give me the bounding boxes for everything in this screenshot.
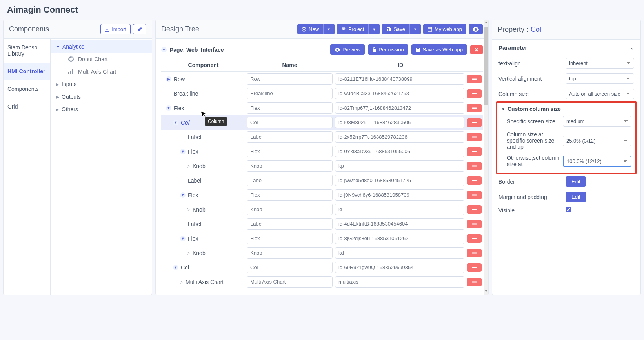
tree-row[interactable]: ▷Multi Axis Chart — [161, 275, 483, 289]
permission-button[interactable]: Permission — [368, 44, 408, 55]
delete-row-button[interactable] — [467, 118, 482, 127]
tree-id-input[interactable] — [335, 102, 464, 114]
tree-name-input[interactable] — [247, 175, 333, 186]
caret-down-icon[interactable]: ▼ — [173, 120, 178, 125]
prop-csup-select[interactable]: 25.0% (3/12) — [563, 136, 631, 146]
save-button[interactable]: Save — [382, 24, 409, 34]
caret-right-icon[interactable]: ▶ — [166, 76, 171, 82]
caret-down-icon[interactable]: ▼ — [180, 192, 186, 198]
tree-row[interactable]: ▷Knob — [161, 159, 483, 173]
delete-row-button[interactable] — [467, 162, 482, 170]
triangle-right-icon[interactable]: ▷ — [187, 164, 190, 168]
tree-name-input[interactable] — [247, 204, 333, 215]
tree-name-input[interactable] — [247, 247, 333, 259]
prop-colsize-select[interactable]: Auto on all screen size — [566, 89, 634, 99]
prop-border-edit-button[interactable]: Edit — [566, 176, 586, 187]
tree-id-input[interactable] — [335, 276, 464, 288]
save-as-webapp-button[interactable]: Save as Web app — [411, 44, 467, 55]
caret-down-icon[interactable]: ▼ — [180, 149, 186, 154]
delete-row-button[interactable] — [467, 147, 482, 156]
preview-button[interactable]: Preview — [330, 44, 365, 55]
delete-row-button[interactable] — [467, 278, 482, 286]
tree-cat-inputs[interactable]: ▶ Inputs — [51, 78, 152, 90]
import-button[interactable]: Import — [100, 24, 131, 34]
delete-row-button[interactable] — [467, 104, 482, 112]
save-dropdown[interactable]: ▼ — [409, 24, 421, 34]
tree-name-input[interactable] — [247, 160, 333, 172]
tree-id-input[interactable] — [335, 233, 464, 244]
tree-id-input[interactable] — [335, 117, 464, 128]
prop-screensize-select[interactable]: medium — [563, 116, 631, 127]
caret-down-icon[interactable]: ▼ — [173, 265, 178, 270]
new-dropdown[interactable]: ▼ — [323, 24, 335, 34]
tree-name-input[interactable] — [247, 131, 333, 143]
delete-row-button[interactable] — [467, 205, 482, 214]
triangle-right-icon[interactable]: ▷ — [187, 207, 190, 212]
tree-row[interactable]: ▼Flex — [161, 231, 483, 246]
vertical-scrollbar[interactable]: ▲ ▼ — [484, 20, 488, 295]
tree-row[interactable]: Break line — [161, 86, 483, 101]
scroll-up-icon[interactable]: ▲ — [484, 20, 488, 25]
new-button[interactable]: New — [297, 24, 323, 34]
tree-id-input[interactable] — [335, 189, 464, 201]
prop-visible-checkbox[interactable] — [566, 207, 571, 212]
delete-row-button[interactable] — [467, 176, 482, 185]
tree-row[interactable]: ▼Col — [161, 260, 483, 275]
delete-row-button[interactable] — [467, 249, 482, 257]
tree-id-input[interactable] — [335, 160, 464, 172]
tree-row[interactable]: ▷Knob — [161, 246, 483, 260]
tree-id-input[interactable] — [335, 175, 464, 186]
tree-name-input[interactable] — [247, 233, 333, 244]
tree-name-input[interactable] — [247, 73, 333, 85]
prop-valign-select[interactable]: top — [566, 73, 634, 84]
tree-row[interactable]: ▼Flex — [161, 144, 483, 159]
project-button[interactable]: Project — [337, 24, 368, 34]
chevron-down-icon[interactable]: ⌄ — [630, 45, 634, 51]
tree-name-input[interactable] — [247, 88, 333, 99]
tree-item-donut-chart[interactable]: Donut Chart — [51, 53, 152, 65]
tree-id-input[interactable] — [335, 88, 464, 99]
tree-row[interactable]: ▷Knob — [161, 202, 483, 217]
lib-tab-grid[interactable]: Grid — [4, 98, 50, 116]
caret-down-icon[interactable]: ▼ — [501, 107, 505, 111]
page-caret-icon[interactable]: ▼ — [161, 47, 167, 52]
preview-eye-button[interactable] — [469, 24, 483, 34]
delete-row-button[interactable] — [467, 191, 482, 199]
tree-name-input[interactable] — [247, 117, 333, 128]
tree-name-input[interactable] — [247, 189, 333, 201]
tree-id-input[interactable] — [335, 73, 464, 85]
triangle-right-icon[interactable]: ▷ — [187, 251, 190, 255]
caret-down-icon[interactable]: ▼ — [180, 236, 186, 241]
tree-name-input[interactable] — [247, 218, 333, 230]
tree-item-multi-axis-chart[interactable]: Multi Axis Chart — [51, 65, 152, 78]
lib-tab-siam[interactable]: Siam Denso Library — [4, 39, 50, 63]
caret-down-icon[interactable]: ▼ — [166, 105, 171, 111]
tree-name-input[interactable] — [247, 262, 333, 273]
lib-tab-hmi[interactable]: HMI Controller — [4, 63, 50, 80]
scroll-thumb[interactable] — [484, 27, 488, 105]
project-dropdown[interactable]: ▼ — [368, 24, 380, 34]
delete-row-button[interactable] — [467, 89, 482, 98]
close-page-button[interactable] — [470, 45, 483, 54]
delete-row-button[interactable] — [467, 75, 482, 83]
delete-row-button[interactable] — [467, 133, 482, 141]
delete-row-button[interactable] — [467, 234, 482, 243]
delete-row-button[interactable] — [467, 220, 482, 228]
tree-row[interactable]: Label — [161, 130, 483, 144]
tree-id-input[interactable] — [335, 131, 464, 143]
tree-row[interactable]: ▼Flex — [161, 101, 483, 115]
lib-tab-components[interactable]: Components — [4, 80, 50, 98]
triangle-right-icon[interactable]: ▷ — [180, 280, 183, 284]
tree-name-input[interactable] — [247, 102, 333, 114]
tree-cat-outputs[interactable]: ▶ Outputs — [51, 90, 152, 103]
delete-row-button[interactable] — [467, 263, 482, 272]
tree-cat-analytics[interactable]: ▼ Analytics — [51, 40, 152, 53]
tree-cat-others[interactable]: ▶ Others — [51, 103, 152, 116]
tree-row[interactable]: Label — [161, 173, 483, 188]
tree-row[interactable]: ▶Row — [161, 72, 483, 86]
prop-margin-edit-button[interactable]: Edit — [566, 192, 586, 202]
tree-row[interactable]: Label — [161, 217, 483, 231]
tree-id-input[interactable] — [335, 204, 464, 215]
tree-name-input[interactable] — [247, 146, 333, 157]
prop-otherwise-select[interactable]: 100.0% (12/12) — [563, 156, 631, 167]
